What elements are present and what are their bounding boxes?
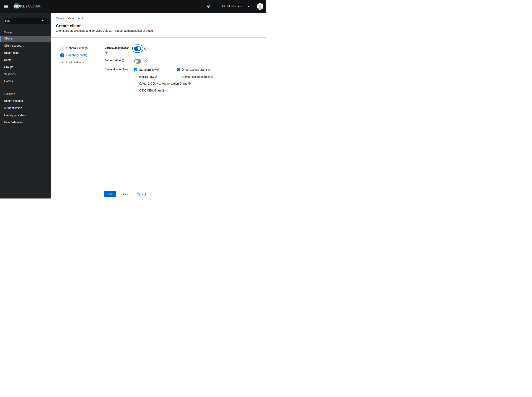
svg-text:?: ? bbox=[208, 5, 209, 7]
svg-text:KEYCLOAK: KEYCLOAK bbox=[20, 4, 41, 8]
